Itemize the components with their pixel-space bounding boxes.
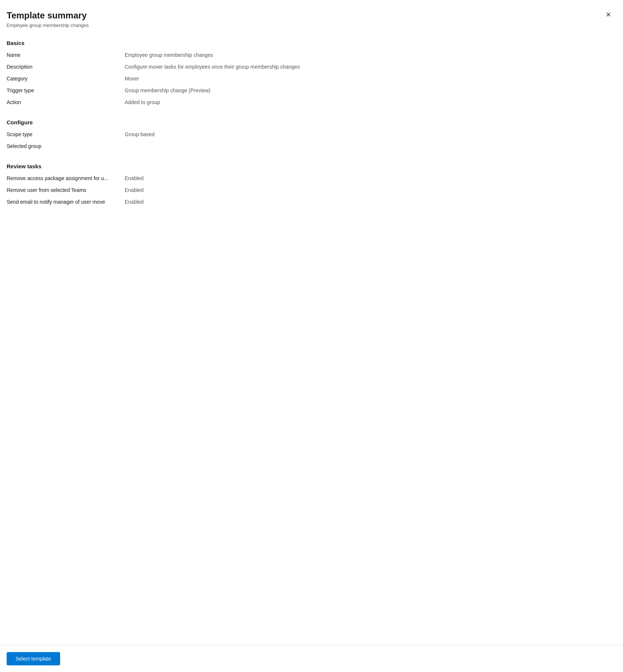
field-value-selected-group	[125, 142, 616, 143]
close-icon: ✕	[606, 11, 611, 19]
review-tasks-section: Review tasks Remove access package assig…	[7, 163, 616, 209]
configure-section-title: Configure	[7, 119, 616, 125]
field-row-action: Action Added to group	[7, 99, 616, 109]
field-value-category: Mover	[125, 75, 616, 82]
field-value-remove-access-package: Enabled	[125, 175, 616, 181]
field-label-name: Name	[7, 51, 125, 58]
field-row-description: Description Configure mover tasks for em…	[7, 63, 616, 73]
field-value-trigger-type: Group membership change (Preview)	[125, 87, 616, 93]
basics-section-title: Basics	[7, 40, 616, 46]
panel-subtitle: Employee group membership changes	[7, 23, 611, 28]
field-value-description: Configure mover tasks for employees once…	[125, 63, 616, 70]
configure-section: Configure Scope type Group based Selecte…	[7, 119, 616, 153]
panel-header: Template summary Employee group membersh…	[0, 0, 623, 28]
select-template-button[interactable]: Select template	[7, 652, 60, 665]
field-label-trigger-type: Trigger type	[7, 87, 125, 93]
panel-title: Template summary	[7, 10, 611, 21]
field-value-send-email-manager: Enabled	[125, 198, 616, 205]
field-label-description: Description	[7, 63, 125, 70]
field-value-remove-user-teams: Enabled	[125, 186, 616, 193]
field-value-name: Employee group membership changes	[125, 51, 616, 58]
field-label-scope-type: Scope type	[7, 131, 125, 137]
panel-content: Basics Name Employee group membership ch…	[0, 28, 623, 645]
field-row-remove-user-teams: Remove user from selected Teams Enabled	[7, 186, 616, 197]
field-row-remove-access-package: Remove access package assignment for u..…	[7, 175, 616, 185]
field-value-scope-type: Group based	[125, 131, 616, 137]
field-row-send-email-manager: Send email to notify manager of user mov…	[7, 198, 616, 209]
field-row-scope-type: Scope type Group based	[7, 131, 616, 141]
field-row-name: Name Employee group membership changes	[7, 51, 616, 62]
close-button[interactable]: ✕	[602, 9, 614, 21]
field-label-send-email-manager: Send email to notify manager of user mov…	[7, 198, 125, 205]
field-label-category: Category	[7, 75, 125, 82]
field-label-action: Action	[7, 99, 125, 105]
field-row-selected-group: Selected group	[7, 142, 616, 153]
field-label-remove-user-teams: Remove user from selected Teams	[7, 186, 125, 193]
field-row-trigger-type: Trigger type Group membership change (Pr…	[7, 87, 616, 97]
field-label-remove-access-package: Remove access package assignment for u..…	[7, 175, 125, 181]
field-value-action: Added to group	[125, 99, 616, 105]
field-label-selected-group: Selected group	[7, 142, 125, 149]
field-row-category: Category Mover	[7, 75, 616, 85]
review-tasks-section-title: Review tasks	[7, 163, 616, 169]
panel-footer: Select template	[0, 645, 623, 672]
basics-section: Basics Name Employee group membership ch…	[7, 40, 616, 109]
template-summary-panel: Template summary Employee group membersh…	[0, 0, 623, 672]
